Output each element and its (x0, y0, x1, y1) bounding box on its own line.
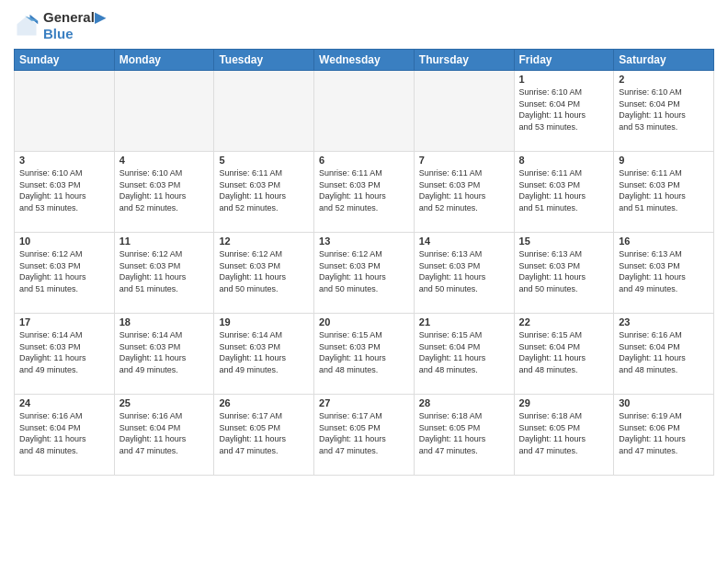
calendar-table: SundayMondayTuesdayWednesdayThursdayFrid… (14, 49, 714, 476)
day-number: 17 (19, 316, 109, 327)
day-number: 5 (219, 155, 309, 166)
day-number: 19 (219, 316, 309, 327)
logo: General▶ Blue (14, 9, 106, 41)
calendar-cell: 5Sunrise: 6:11 AM Sunset: 6:03 PM Daylig… (214, 152, 314, 233)
weekday-header-friday: Friday (514, 50, 614, 71)
calendar-cell: 8Sunrise: 6:11 AM Sunset: 6:03 PM Daylig… (514, 152, 614, 233)
week-row-2: 10Sunrise: 6:12 AM Sunset: 6:03 PM Dayli… (15, 233, 714, 314)
day-number: 25 (119, 397, 210, 408)
day-number: 10 (19, 236, 109, 247)
calendar-cell: 17Sunrise: 6:14 AM Sunset: 6:03 PM Dayli… (15, 314, 115, 395)
day-info: Sunrise: 6:10 AM Sunset: 6:03 PM Dayligh… (19, 167, 109, 213)
weekday-header-row: SundayMondayTuesdayWednesdayThursdayFrid… (15, 50, 714, 71)
weekday-header-wednesday: Wednesday (314, 50, 415, 71)
calendar-cell: 1Sunrise: 6:10 AM Sunset: 6:04 PM Daylig… (514, 71, 614, 152)
day-number: 29 (519, 397, 609, 408)
page: General▶ Blue SundayMondayTuesdayWednesd… (0, 0, 728, 563)
calendar-cell: 3Sunrise: 6:10 AM Sunset: 6:03 PM Daylig… (15, 152, 115, 233)
day-info: Sunrise: 6:16 AM Sunset: 6:04 PM Dayligh… (19, 410, 109, 456)
day-info: Sunrise: 6:19 AM Sunset: 6:06 PM Dayligh… (619, 410, 709, 456)
calendar-cell: 12Sunrise: 6:12 AM Sunset: 6:03 PM Dayli… (214, 233, 314, 314)
day-number: 3 (19, 155, 109, 166)
day-info: Sunrise: 6:18 AM Sunset: 6:05 PM Dayligh… (519, 410, 609, 456)
day-number: 9 (619, 155, 709, 166)
day-number: 6 (319, 155, 409, 166)
day-info: Sunrise: 6:15 AM Sunset: 6:04 PM Dayligh… (419, 329, 509, 375)
day-info: Sunrise: 6:12 AM Sunset: 6:03 PM Dayligh… (219, 248, 309, 294)
calendar-cell: 4Sunrise: 6:10 AM Sunset: 6:03 PM Daylig… (114, 152, 214, 233)
day-info: Sunrise: 6:12 AM Sunset: 6:03 PM Dayligh… (19, 248, 109, 294)
day-number: 18 (119, 316, 210, 327)
day-info: Sunrise: 6:17 AM Sunset: 6:05 PM Dayligh… (219, 410, 309, 456)
week-row-0: 1Sunrise: 6:10 AM Sunset: 6:04 PM Daylig… (15, 71, 714, 152)
week-row-4: 24Sunrise: 6:16 AM Sunset: 6:04 PM Dayli… (15, 395, 714, 476)
calendar-cell: 20Sunrise: 6:15 AM Sunset: 6:03 PM Dayli… (314, 314, 415, 395)
logo-text: General▶ Blue (43, 9, 106, 41)
day-number: 27 (319, 397, 409, 408)
calendar-cell (15, 71, 115, 152)
day-info: Sunrise: 6:11 AM Sunset: 6:03 PM Dayligh… (619, 167, 709, 213)
calendar-cell: 16Sunrise: 6:13 AM Sunset: 6:03 PM Dayli… (614, 233, 714, 314)
weekday-header-sunday: Sunday (15, 50, 115, 71)
calendar-cell: 24Sunrise: 6:16 AM Sunset: 6:04 PM Dayli… (15, 395, 115, 476)
calendar-cell (114, 71, 214, 152)
day-info: Sunrise: 6:14 AM Sunset: 6:03 PM Dayligh… (219, 329, 309, 375)
day-info: Sunrise: 6:16 AM Sunset: 6:04 PM Dayligh… (119, 410, 210, 456)
day-number: 7 (419, 155, 509, 166)
day-info: Sunrise: 6:12 AM Sunset: 6:03 PM Dayligh… (119, 248, 210, 294)
day-number: 20 (319, 316, 409, 327)
day-number: 30 (619, 397, 709, 408)
calendar-cell: 29Sunrise: 6:18 AM Sunset: 6:05 PM Dayli… (514, 395, 614, 476)
day-info: Sunrise: 6:13 AM Sunset: 6:03 PM Dayligh… (619, 248, 709, 294)
day-info: Sunrise: 6:18 AM Sunset: 6:05 PM Dayligh… (419, 410, 509, 456)
calendar-cell: 27Sunrise: 6:17 AM Sunset: 6:05 PM Dayli… (314, 395, 415, 476)
day-number: 16 (619, 236, 709, 247)
calendar-cell: 13Sunrise: 6:12 AM Sunset: 6:03 PM Dayli… (314, 233, 415, 314)
calendar-cell: 11Sunrise: 6:12 AM Sunset: 6:03 PM Dayli… (114, 233, 214, 314)
day-info: Sunrise: 6:10 AM Sunset: 6:04 PM Dayligh… (619, 86, 709, 132)
calendar-cell: 22Sunrise: 6:15 AM Sunset: 6:04 PM Dayli… (514, 314, 614, 395)
day-number: 22 (519, 316, 609, 327)
day-number: 4 (119, 155, 210, 166)
day-number: 21 (419, 316, 509, 327)
day-number: 28 (419, 397, 509, 408)
weekday-header-saturday: Saturday (614, 50, 714, 71)
calendar-cell (414, 71, 514, 152)
weekday-header-tuesday: Tuesday (214, 50, 314, 71)
day-number: 2 (619, 74, 709, 85)
calendar-cell: 26Sunrise: 6:17 AM Sunset: 6:05 PM Dayli… (214, 395, 314, 476)
day-info: Sunrise: 6:13 AM Sunset: 6:03 PM Dayligh… (419, 248, 509, 294)
calendar-cell: 18Sunrise: 6:14 AM Sunset: 6:03 PM Dayli… (114, 314, 214, 395)
calendar-cell: 21Sunrise: 6:15 AM Sunset: 6:04 PM Dayli… (414, 314, 514, 395)
day-info: Sunrise: 6:16 AM Sunset: 6:04 PM Dayligh… (619, 329, 709, 375)
calendar-cell: 6Sunrise: 6:11 AM Sunset: 6:03 PM Daylig… (314, 152, 415, 233)
calendar-cell: 14Sunrise: 6:13 AM Sunset: 6:03 PM Dayli… (414, 233, 514, 314)
calendar-cell: 25Sunrise: 6:16 AM Sunset: 6:04 PM Dayli… (114, 395, 214, 476)
weekday-header-monday: Monday (114, 50, 214, 71)
calendar-cell: 19Sunrise: 6:14 AM Sunset: 6:03 PM Dayli… (214, 314, 314, 395)
day-info: Sunrise: 6:11 AM Sunset: 6:03 PM Dayligh… (319, 167, 409, 213)
day-info: Sunrise: 6:11 AM Sunset: 6:03 PM Dayligh… (419, 167, 509, 213)
day-info: Sunrise: 6:13 AM Sunset: 6:03 PM Dayligh… (519, 248, 609, 294)
calendar-cell: 23Sunrise: 6:16 AM Sunset: 6:04 PM Dayli… (614, 314, 714, 395)
day-number: 15 (519, 236, 609, 247)
day-info: Sunrise: 6:14 AM Sunset: 6:03 PM Dayligh… (19, 329, 109, 375)
day-info: Sunrise: 6:15 AM Sunset: 6:04 PM Dayligh… (519, 329, 609, 375)
day-number: 14 (419, 236, 509, 247)
day-number: 8 (519, 155, 609, 166)
day-info: Sunrise: 6:15 AM Sunset: 6:03 PM Dayligh… (319, 329, 409, 375)
day-number: 11 (119, 236, 210, 247)
calendar-cell: 2Sunrise: 6:10 AM Sunset: 6:04 PM Daylig… (614, 71, 714, 152)
week-row-1: 3Sunrise: 6:10 AM Sunset: 6:03 PM Daylig… (15, 152, 714, 233)
week-row-3: 17Sunrise: 6:14 AM Sunset: 6:03 PM Dayli… (15, 314, 714, 395)
day-info: Sunrise: 6:12 AM Sunset: 6:03 PM Dayligh… (319, 248, 409, 294)
calendar-cell: 9Sunrise: 6:11 AM Sunset: 6:03 PM Daylig… (614, 152, 714, 233)
day-number: 26 (219, 397, 309, 408)
calendar-cell: 28Sunrise: 6:18 AM Sunset: 6:05 PM Dayli… (414, 395, 514, 476)
calendar-cell: 7Sunrise: 6:11 AM Sunset: 6:03 PM Daylig… (414, 152, 514, 233)
calendar-cell (314, 71, 415, 152)
day-info: Sunrise: 6:11 AM Sunset: 6:03 PM Dayligh… (219, 167, 309, 213)
weekday-header-thursday: Thursday (414, 50, 514, 71)
day-number: 24 (19, 397, 109, 408)
calendar-cell: 10Sunrise: 6:12 AM Sunset: 6:03 PM Dayli… (15, 233, 115, 314)
